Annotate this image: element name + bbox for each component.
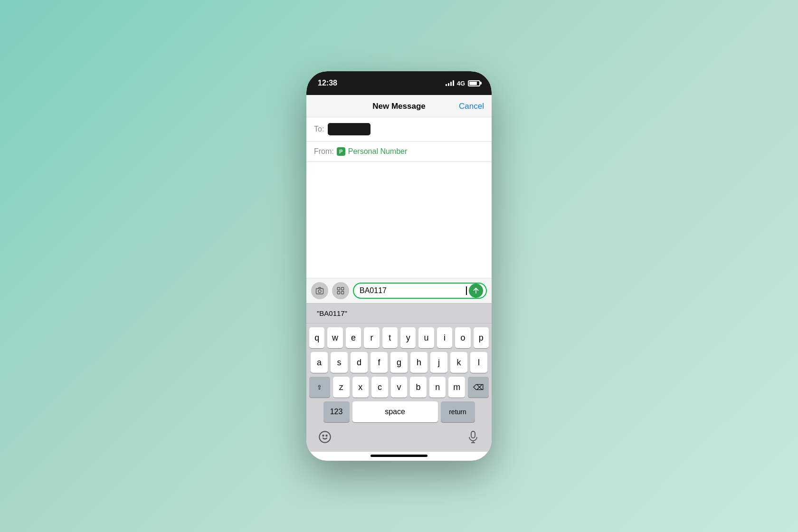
key-return[interactable]: return [441,401,475,422]
from-value: Personal Number [348,147,408,156]
key-p[interactable]: p [474,327,489,348]
personal-number-icon: P [337,147,345,156]
key-m[interactable]: m [448,377,465,398]
status-time: 12:38 [318,79,337,87]
key-z[interactable]: z [333,377,350,398]
key-g[interactable]: g [390,352,408,373]
phone-frame: 12:38 4G New Message Cancel To: From: P [306,71,492,461]
message-input-area: BA0117 [306,278,492,303]
status-icons: 4G [446,80,480,87]
key-r[interactable]: r [364,327,379,348]
network-label: 4G [457,80,465,87]
key-h[interactable]: h [410,352,428,373]
svg-rect-5 [342,292,344,294]
recipient-pill [328,123,370,135]
keyboard-row-3: ⇧ z x c v b n m ⌫ [309,377,489,398]
key-k[interactable]: k [450,352,467,373]
svg-rect-4 [337,292,340,294]
key-v[interactable]: v [391,377,408,398]
svg-rect-3 [342,287,344,290]
keyboard-row-2: a s d f g h j k l [309,352,489,373]
signal-icon [446,80,454,86]
key-f[interactable]: f [370,352,388,373]
svg-rect-0 [316,289,323,294]
key-i[interactable]: i [437,327,452,348]
keyboard-row-4: 123 space return [309,401,489,422]
svg-rect-9 [471,431,475,438]
key-n[interactable]: n [429,377,446,398]
cancel-button[interactable]: Cancel [459,102,484,111]
microphone-button[interactable] [464,428,482,446]
navigation-bar: New Message Cancel [306,95,492,117]
key-o[interactable]: o [455,327,470,348]
send-button[interactable] [469,284,483,298]
from-label: From: [314,147,334,156]
autocomplete-suggestion[interactable]: "BA0117" [313,307,351,319]
from-field: From: P Personal Number [306,142,492,162]
keyboard-row-1: q w e r t y u i o p [309,327,489,348]
message-body[interactable] [306,162,492,278]
to-field[interactable]: To: [306,117,492,142]
key-x[interactable]: x [352,377,369,398]
key-a[interactable]: a [311,352,328,373]
battery-fill [469,82,477,85]
appstore-button[interactable] [332,282,349,299]
message-input-text: BA0117 [360,286,466,295]
key-shift[interactable]: ⇧ [309,377,330,398]
message-input-field[interactable]: BA0117 [353,283,487,299]
key-w[interactable]: w [327,327,342,348]
text-cursor [466,286,467,295]
status-bar: 12:38 4G [306,71,492,95]
key-s[interactable]: s [331,352,348,373]
camera-button[interactable] [311,282,328,299]
key-l[interactable]: l [470,352,487,373]
battery-icon [468,80,480,86]
key-d[interactable]: d [351,352,368,373]
emoji-button[interactable] [316,428,334,446]
to-label: To: [314,125,324,133]
key-j[interactable]: j [430,352,447,373]
compose-area: To: From: P Personal Number [306,117,492,278]
key-u[interactable]: u [418,327,434,348]
key-e[interactable]: e [346,327,361,348]
key-y[interactable]: y [400,327,416,348]
svg-point-8 [326,435,327,436]
svg-point-1 [318,290,321,293]
home-indicator [370,455,428,457]
autocomplete-bar: "BA0117" [306,303,492,323]
key-space[interactable]: space [352,401,438,422]
svg-point-7 [323,435,323,436]
key-q[interactable]: q [309,327,324,348]
keyboard: q w e r t y u i o p a s d f g h j k l ⇧ … [306,323,492,452]
key-numbers[interactable]: 123 [323,401,350,422]
svg-point-6 [319,431,330,442]
key-b[interactable]: b [410,377,427,398]
key-c[interactable]: c [371,377,388,398]
nav-title: New Message [372,102,426,111]
key-t[interactable]: t [382,327,398,348]
svg-rect-2 [337,287,340,290]
key-backspace[interactable]: ⌫ [468,377,489,398]
keyboard-bottom-bar [309,426,489,450]
